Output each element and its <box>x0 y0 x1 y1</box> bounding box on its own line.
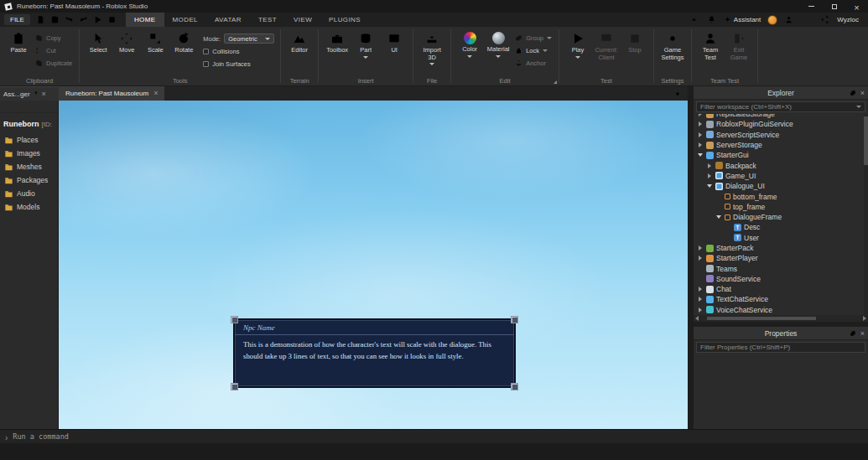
explorer-node[interactable]: ServerStorage <box>694 140 868 150</box>
menu-tab[interactable]: PLUGINS <box>320 13 369 27</box>
expander-icon[interactable] <box>697 276 704 282</box>
viewport-3d[interactable]: Npc Name This is a demonstration of how … <box>59 101 688 429</box>
expander-icon[interactable] <box>697 114 704 117</box>
assistant-button[interactable]: Assistant <box>724 16 761 23</box>
scrollbar-thumb[interactable] <box>864 116 868 165</box>
explorer-node[interactable]: Chat <box>694 284 868 294</box>
game-settings-button[interactable]: Game Settings <box>658 28 687 61</box>
close-tab-icon[interactable] <box>42 90 46 98</box>
stop-button[interactable]: Stop <box>621 28 649 54</box>
pin-icon[interactable] <box>33 90 39 97</box>
join-surfaces-checkbox-row[interactable]: Join Surfaces <box>203 59 274 69</box>
asset-category-item[interactable]: Packages <box>0 173 58 187</box>
expander-icon[interactable] <box>715 204 722 210</box>
explorer-node[interactable]: User <box>694 233 868 243</box>
explorer-node[interactable]: DialogueFrame <box>694 212 868 222</box>
anchor-button[interactable]: Anchor <box>512 58 554 68</box>
properties-filter-input[interactable]: Filter Properties (Ctrl+Shift+P) <box>696 342 865 353</box>
explorer-node[interactable]: Desc <box>694 222 868 232</box>
explorer-header[interactable]: Explorer <box>694 86 868 100</box>
undo-button[interactable] <box>62 14 76 26</box>
scale-tool-button[interactable]: Scale <box>141 28 169 54</box>
mode-dropdown[interactable]: Geometric <box>224 34 274 44</box>
expander-icon[interactable] <box>706 183 713 189</box>
explorer-filter-input[interactable]: Filter workspace (Ctrl+Shift+X) <box>696 101 865 112</box>
properties-header[interactable]: Properties <box>694 327 868 340</box>
expander-icon[interactable] <box>697 142 704 148</box>
float-panel-icon[interactable] <box>850 90 856 96</box>
explorer-node[interactable]: RobloxPluginGuiService <box>694 119 868 129</box>
maximize-button[interactable] <box>823 0 845 13</box>
explorer-node[interactable]: bottom_frame <box>694 191 868 201</box>
asset-category-item[interactable]: Images <box>0 147 58 160</box>
user-avatar[interactable] <box>767 15 777 25</box>
color-button[interactable]: Color <box>455 28 484 58</box>
quick-play-button[interactable] <box>91 14 105 26</box>
expander-icon[interactable] <box>697 296 704 302</box>
float-panel-icon[interactable] <box>850 330 856 337</box>
panel-splitter[interactable] <box>688 86 694 429</box>
collapse-ribbon-button[interactable] <box>689 14 699 26</box>
quick-stop-button[interactable] <box>105 14 119 26</box>
collisions-checkbox[interactable] <box>203 49 209 54</box>
asset-category-item[interactable]: Meshes <box>0 160 58 173</box>
expander-icon[interactable] <box>706 173 713 179</box>
select-tool-button[interactable]: Select <box>84 28 112 54</box>
expander-icon[interactable] <box>706 163 713 169</box>
explorer-node[interactable]: top_frame <box>694 202 868 212</box>
expander-icon[interactable] <box>697 245 704 251</box>
expander-icon[interactable] <box>697 266 704 272</box>
explorer-node[interactable]: StarterGui <box>694 150 868 160</box>
close-button[interactable] <box>845 0 868 13</box>
team-test-button[interactable]: Team Test <box>696 28 725 61</box>
rotate-tool-button[interactable]: Rotate <box>169 28 198 54</box>
menu-tab[interactable]: VIEW <box>285 13 320 27</box>
asset-manager-tab[interactable]: Ass...ger <box>0 86 59 101</box>
group-button[interactable]: Group <box>512 33 554 43</box>
close-tab-icon[interactable] <box>153 90 158 97</box>
explorer-node[interactable]: Dialogue_UI <box>694 181 868 191</box>
close-panel-icon[interactable] <box>860 89 865 97</box>
cut-button[interactable]: Cut <box>33 45 75 55</box>
lock-button[interactable]: Lock <box>512 45 554 55</box>
collisions-checkbox-row[interactable]: Collisions <box>203 47 274 56</box>
filter-options-caret-icon[interactable] <box>856 106 861 108</box>
explorer-horizontal-scrollbar[interactable] <box>694 315 868 322</box>
share-button[interactable] <box>819 14 830 26</box>
material-button[interactable]: Material <box>484 28 512 58</box>
expander-icon[interactable] <box>697 121 704 127</box>
expander-icon[interactable] <box>697 307 704 313</box>
expander-icon[interactable] <box>715 194 722 200</box>
viewport-settings-button[interactable] <box>673 90 682 98</box>
asset-category-item[interactable]: Places <box>0 133 58 147</box>
expander-icon[interactable] <box>697 286 704 292</box>
asset-category-item[interactable]: Models <box>0 200 58 214</box>
expander-icon[interactable] <box>715 214 722 220</box>
part-button[interactable]: Part <box>351 28 380 59</box>
move-tool-button[interactable]: Move <box>112 28 141 54</box>
import-3d-button[interactable]: Import 3D <box>418 28 446 65</box>
menu-tab[interactable]: AVATAR <box>206 13 250 27</box>
expander-icon[interactable] <box>725 224 731 230</box>
explorer-node[interactable]: VoiceChatService <box>694 305 868 315</box>
minimize-button[interactable] <box>800 0 823 13</box>
menu-tab[interactable]: MODEL <box>164 13 206 27</box>
analytics-button[interactable] <box>802 14 813 26</box>
toolbox-button[interactable]: Toolbox <box>323 28 351 54</box>
expander-icon[interactable] <box>697 132 704 138</box>
expander-icon[interactable] <box>697 152 704 158</box>
explorer-node[interactable]: SoundService <box>694 274 868 284</box>
explorer-node[interactable]: StarterPlayer <box>694 253 868 263</box>
current-client-button[interactable]: Current: Client <box>592 28 621 61</box>
menu-tab[interactable]: TEST <box>250 13 285 27</box>
expander-icon[interactable] <box>697 255 704 261</box>
asset-category-item[interactable]: Audio <box>0 187 58 200</box>
hamburger-menu-icon[interactable] <box>3 102 12 111</box>
scrollbar-thumb[interactable] <box>707 317 816 320</box>
command-input[interactable]: Run a command <box>13 432 69 441</box>
explorer-node[interactable]: ServerScriptService <box>694 130 868 140</box>
explorer-node[interactable]: StarterPack <box>694 243 868 253</box>
new-document-button[interactable] <box>34 14 48 26</box>
scroll-left-icon[interactable] <box>695 316 699 321</box>
explorer-node[interactable]: Backpack <box>694 160 868 170</box>
